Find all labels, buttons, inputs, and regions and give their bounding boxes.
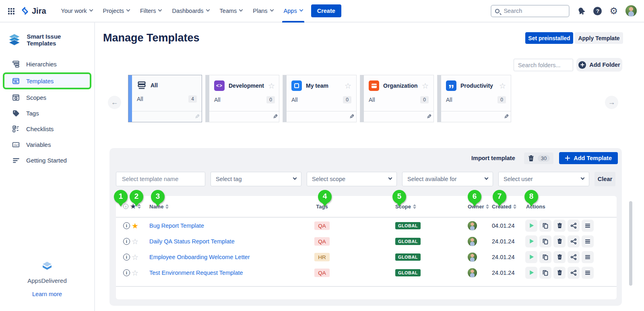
folder-stripe <box>283 75 287 122</box>
share-template-button[interactable] <box>568 251 580 263</box>
getting-started-icon <box>12 156 20 165</box>
search-folders-input[interactable] <box>514 59 573 71</box>
nav-menu-item-teams[interactable]: Teams <box>215 0 248 22</box>
run-template-button[interactable] <box>525 235 537 247</box>
sidebar-item-variables[interactable]: (x) Variables <box>0 137 94 152</box>
folder-card-organization[interactable]: Organization ☆ All 0 ✎ <box>360 75 434 122</box>
info-icon[interactable]: i <box>123 222 130 229</box>
edit-folder-icon[interactable]: ✎ <box>346 113 355 120</box>
owner-avatar[interactable] <box>468 252 477 262</box>
edit-folder-icon[interactable]: ✎ <box>501 113 509 120</box>
nav-menu-item-plans[interactable]: Plans <box>248 0 278 22</box>
sidebar-item-tags[interactable]: Tags <box>0 105 94 121</box>
import-template-button[interactable]: Import template <box>471 155 515 161</box>
nav-menu-item-projects[interactable]: Projects <box>98 0 135 22</box>
share-template-button[interactable] <box>568 267 580 279</box>
favorite-star-icon[interactable]: ☆ <box>345 82 351 90</box>
delete-template-button[interactable] <box>553 220 566 232</box>
favorite-star-icon[interactable]: ☆ <box>422 82 429 90</box>
info-icon[interactable]: i <box>123 269 130 276</box>
edit-folder-icon[interactable]: ✎ <box>423 113 432 120</box>
filter-template-name[interactable] <box>116 172 205 186</box>
run-template-button[interactable] <box>525 267 537 279</box>
folder-name: Organization <box>383 82 418 89</box>
folder-card-productivity[interactable]: ” Productivity ☆ All 0 ✎ <box>437 75 511 122</box>
learn-more-link[interactable]: Learn more <box>0 291 94 297</box>
info-icon[interactable]: i <box>123 253 130 260</box>
settings-gear-icon[interactable]: ⚙ <box>609 6 618 16</box>
favorite-star-toggle[interactable] <box>132 221 138 230</box>
filter-scope-select[interactable]: Select scope <box>307 172 397 186</box>
left-sidebar: Smart Issue Templates Hierarchies Templa… <box>0 23 95 311</box>
created-date: 04.01.24 <box>492 222 514 229</box>
edit-folder-icon[interactable]: ✎ <box>270 113 278 120</box>
delete-template-button[interactable] <box>553 235 566 247</box>
folder-card-all[interactable]: All All 4 ✎ <box>128 75 202 122</box>
template-name-link[interactable]: Employee Onboarding Welcome Letter <box>149 254 250 260</box>
filter-tag-select[interactable]: Select tag <box>211 172 301 186</box>
carousel-left-arrow-button[interactable]: ← <box>108 96 121 109</box>
created-column-header[interactable]: Created <box>492 204 516 210</box>
favorite-star-toggle[interactable] <box>132 268 138 277</box>
share-template-button[interactable] <box>568 235 580 247</box>
delete-template-button[interactable] <box>553 267 566 279</box>
jira-logo[interactable]: Jira <box>20 6 46 16</box>
nav-menu-item-your-work[interactable]: Your work <box>56 0 98 22</box>
notifications-bell-icon[interactable] <box>576 5 587 16</box>
more-menu-button[interactable] <box>582 220 594 232</box>
nav-menu-item-dashboards[interactable]: Dashboards <box>167 0 214 22</box>
more-menu-button[interactable] <box>582 235 594 247</box>
add-template-button[interactable]: Add Template <box>559 152 618 164</box>
sidebar-item-hierarchies[interactable]: Hierarchies <box>0 56 94 72</box>
copy-template-button[interactable] <box>539 220 551 232</box>
nav-menu-item-apps[interactable]: Apps <box>279 0 308 22</box>
template-name-filter-input[interactable] <box>121 175 200 183</box>
edit-folder-icon[interactable]: ✎ <box>192 113 200 120</box>
carousel-right-arrow-button[interactable]: → <box>605 96 618 109</box>
create-button[interactable]: Create <box>311 4 341 17</box>
template-name-link[interactable]: Bug Report Template <box>149 222 204 229</box>
filter-available-for-select[interactable]: Select available for <box>402 172 493 186</box>
favorite-star-toggle[interactable] <box>132 252 138 262</box>
template-name-link[interactable]: Test Environment Request Template <box>149 270 243 276</box>
owner-avatar[interactable] <box>468 268 477 277</box>
favorite-star-icon[interactable]: ☆ <box>499 82 506 90</box>
owner-avatar[interactable] <box>468 221 477 230</box>
favorite-star-toggle[interactable] <box>132 237 138 246</box>
copy-template-button[interactable] <box>539 267 551 279</box>
appsdelivered-logo-icon <box>41 261 53 272</box>
app-switcher-grid-icon[interactable] <box>8 8 14 14</box>
copy-template-button[interactable] <box>539 235 551 247</box>
apply-template-button[interactable]: Apply Template <box>575 32 623 44</box>
favorite-star-icon[interactable]: ☆ <box>268 82 275 90</box>
more-menu-button[interactable] <box>582 251 594 263</box>
clear-filters-button[interactable]: Clear <box>594 172 615 186</box>
more-menu-button[interactable] <box>582 267 594 279</box>
copy-template-button[interactable] <box>539 251 551 263</box>
share-template-button[interactable] <box>568 220 580 232</box>
sidebar-item-getting-started[interactable]: Getting Started <box>0 152 94 168</box>
run-template-button[interactable] <box>525 220 537 232</box>
sidebar-item-templates[interactable]: Templates <box>3 72 91 89</box>
sidebar-item-checklists[interactable]: Checklists <box>0 121 94 137</box>
nav-menu-item-filters[interactable]: Filters <box>135 0 167 22</box>
delete-template-button[interactable] <box>553 251 566 263</box>
folder-card-development[interactable]: <> Development ☆ All 0 ✎ <box>205 75 279 122</box>
info-icon[interactable]: i <box>123 238 130 245</box>
trash-bin-button[interactable]: 30 <box>524 152 553 164</box>
search-input[interactable] <box>503 7 559 14</box>
user-avatar[interactable] <box>625 5 637 16</box>
set-preinstalled-button[interactable]: Set preinstalled <box>525 32 573 44</box>
global-search[interactable] <box>491 5 570 17</box>
help-icon[interactable]: ? <box>593 7 602 15</box>
tag-badge: QA <box>314 237 330 245</box>
vertical-scrollbar[interactable] <box>629 201 632 286</box>
sidebar-item-scopes[interactable]: Scopes <box>0 90 94 105</box>
run-template-button[interactable] <box>525 251 537 263</box>
add-folder-button[interactable]: Add Folder <box>576 58 622 72</box>
share-icon <box>570 270 577 276</box>
folder-card-my-team[interactable]: My team ☆ All 0 ✎ <box>283 75 357 122</box>
owner-avatar[interactable] <box>468 237 477 246</box>
template-name-link[interactable]: Daily QA Status Report Template <box>149 238 235 245</box>
filter-user-select[interactable]: Select user <box>498 172 589 186</box>
